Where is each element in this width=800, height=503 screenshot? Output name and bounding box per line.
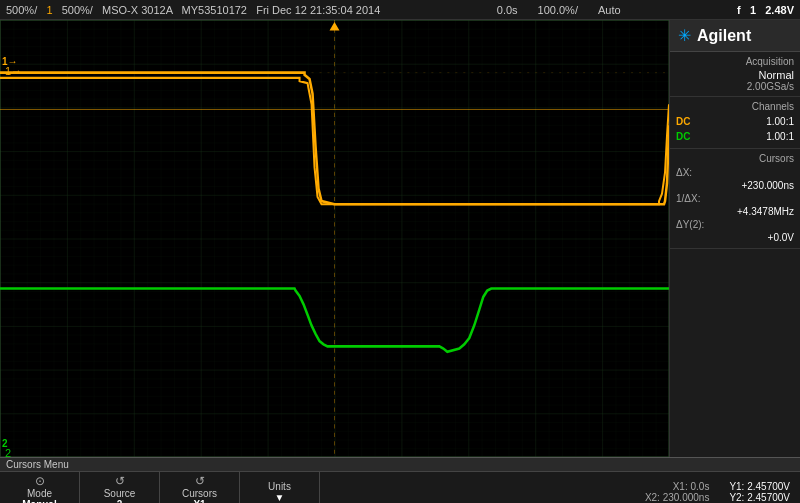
- top-bar: 500%/ 1 500%/ MSO-X 3012A MY53510172 Fri…: [0, 0, 800, 20]
- x1-label: X1: 0.0s: [673, 481, 710, 492]
- voltage-reading: 2.48V: [765, 4, 794, 16]
- mode-icon: ⊙: [35, 474, 45, 488]
- ch1-attenuation: 1.00:1: [766, 116, 794, 127]
- ch2-indicator: 2: [2, 438, 8, 449]
- units-value: ▼: [275, 492, 285, 503]
- x2-label: X2: 230.000ns: [645, 492, 710, 503]
- model-text: MSO-X 3012A: [102, 4, 172, 16]
- trigger-mode: Auto: [598, 4, 621, 16]
- ch1-num: 1: [46, 4, 52, 16]
- mode-value: Manual: [22, 499, 56, 503]
- delta-x-value: +230.000ns: [741, 180, 794, 191]
- ch2-row: DC 1.00:1: [676, 129, 794, 144]
- y-info-block: Y1: 2.45700V Y2: 2.45700V: [729, 481, 790, 503]
- inv-delta-x-value-row: +4.3478MHz: [676, 205, 794, 218]
- scope-area: 1→ 2 1→ 2: [0, 20, 670, 457]
- units-button[interactable]: Units ▼: [240, 472, 320, 503]
- sidebar-logo-text: Agilent: [697, 27, 751, 45]
- delta-x-value-row: +230.000ns: [676, 179, 794, 192]
- sidebar-logo: ✳ Agilent: [670, 20, 800, 52]
- datetime-text: Fri Dec 12 21:35:04 2014: [256, 4, 380, 16]
- channels-section: Channels DC 1.00:1 DC 1.00:1: [670, 97, 800, 149]
- x-info-block: X1: 0.0s X2: 230.000ns: [645, 481, 710, 503]
- acquisition-mode: Normal: [676, 69, 794, 81]
- cursors-section: Cursors ΔX: +230.000ns 1/ΔX: +4.3478MHz …: [670, 149, 800, 249]
- agilent-star-icon: ✳: [678, 26, 691, 45]
- middle-section: 1→ 2 1→ 2 ✳ Agilent Acquisition Normal 2…: [0, 20, 800, 457]
- main-container: 500%/ 1 500%/ MSO-X 3012A MY53510172 Fri…: [0, 0, 800, 503]
- ch1-indicator: 1→: [2, 56, 18, 67]
- y1-label: Y1: 2.45700V: [729, 481, 790, 492]
- ch1-row: DC 1.00:1: [676, 114, 794, 129]
- source-label: Source: [104, 488, 136, 499]
- ch-num: 1: [750, 4, 756, 16]
- delta-x-label: ΔX:: [676, 167, 692, 178]
- source-value: 2: [117, 499, 123, 503]
- cursors-icon: ↺: [195, 474, 205, 488]
- bottom-right-info: X1: 0.0s X2: 230.000ns Y1: 2.45700V Y2: …: [645, 481, 800, 503]
- sidebar: ✳ Agilent Acquisition Normal 2.00GSa/s C…: [670, 20, 800, 457]
- ch2-coupling: DC: [676, 131, 690, 142]
- cursors-menu-label: Cursors Menu: [0, 458, 800, 472]
- delta-y-value-row: +0.0V: [676, 231, 794, 244]
- top-bar-center: 0.0s 100.0%/ Auto: [497, 4, 621, 16]
- delta-y-label: ΔY(2):: [676, 219, 704, 230]
- channels-title: Channels: [676, 101, 794, 112]
- delta-x-row: ΔX:: [676, 166, 794, 179]
- waveform-svg: 1→ 2: [0, 20, 669, 457]
- inv-delta-x-label: 1/ΔX:: [676, 193, 700, 204]
- cursors-title: Cursors: [676, 153, 794, 164]
- serial-text: MY53510172: [182, 4, 247, 16]
- cursors-btn-label: Cursors: [182, 488, 217, 499]
- acquisition-rate: 2.00GSa/s: [676, 81, 794, 92]
- mode-label: Mode: [27, 488, 52, 499]
- time-scale: 100.0%/: [538, 4, 578, 16]
- ch2-attenuation: 1.00:1: [766, 131, 794, 142]
- cursors-button[interactable]: ↺ Cursors X1: [160, 472, 240, 503]
- inv-delta-x-value: +4.3478MHz: [737, 206, 794, 217]
- delta-y-row: ΔY(2):: [676, 218, 794, 231]
- bottom-bar: Cursors Menu ⊙ Mode Manual ↺ Source 2 ↺ …: [0, 457, 800, 503]
- source-icon: ↺: [115, 474, 125, 488]
- acquisition-title: Acquisition: [676, 56, 794, 67]
- inv-delta-x-row: 1/ΔX:: [676, 192, 794, 205]
- f-label: f: [737, 4, 741, 16]
- ch2-scale: 500%/: [62, 4, 93, 16]
- time-display: 0.0s: [497, 4, 518, 16]
- bottom-buttons: ⊙ Mode Manual ↺ Source 2 ↺ Cursors X1 Un…: [0, 472, 800, 503]
- mode-button[interactable]: ⊙ Mode Manual: [0, 472, 80, 503]
- y2-label: Y2: 2.45700V: [729, 492, 790, 503]
- cursors-btn-value: X1: [193, 499, 205, 503]
- top-bar-model: 500%/ 1 500%/ MSO-X 3012A MY53510172 Fri…: [6, 4, 380, 16]
- acquisition-section: Acquisition Normal 2.00GSa/s: [670, 52, 800, 97]
- top-bar-right: f 1 2.48V: [737, 4, 794, 16]
- delta-y-value: +0.0V: [768, 232, 794, 243]
- units-label: Units: [268, 481, 291, 492]
- source-button[interactable]: ↺ Source 2: [80, 472, 160, 503]
- ch1-coupling: DC: [676, 116, 690, 127]
- ch1-scale: 500%/: [6, 4, 37, 16]
